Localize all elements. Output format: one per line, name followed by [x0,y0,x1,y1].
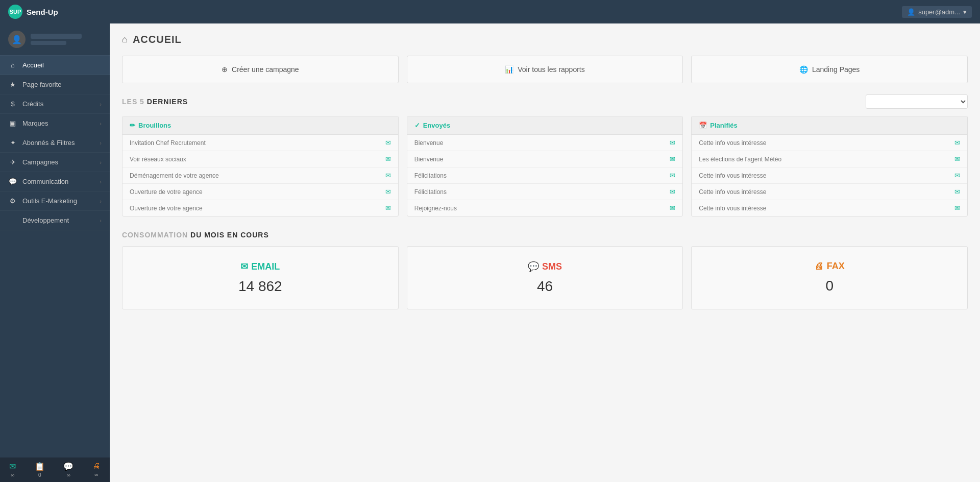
table-row[interactable]: Cette info vous intéresse ✉ [692,135,967,151]
sidebar-label-developpement: Développement [22,216,100,224]
sidebar-item-communication[interactable]: 💬 Communication › [0,172,110,191]
row-label: Cette info vous intéresse [699,205,766,212]
brouillons-header: ✏ Brouillons [122,116,398,135]
arrow-icon-abonnes-filtres: › [100,140,102,146]
create-campaign-button[interactable]: ⊕ Créer une campagne [122,56,399,83]
footer-value-sms-stat: ∞ [67,472,70,478]
email-icon: ✉ [954,172,960,179]
planifies-title: Planifiés [710,122,737,129]
les5derniers-dropdown[interactable] [866,94,968,109]
campaigns-grid: ✏ Brouillons Invitation Chef Recrutement… [122,116,968,216]
consumption-grid: ✉ EMAIL 14 862 💬 SMS 46 🖨 FAX 0 [122,246,968,309]
row-label: Cette info vous intéresse [699,172,766,179]
email-icon: ✉ [385,204,391,212]
sidebar-icon-credits: $ [8,100,17,108]
sidebar-icon-marques: ▣ [8,119,17,127]
table-row[interactable]: Déménagement de votre agence ✉ [122,167,398,184]
page-title: ACCUEIL [133,34,182,45]
sms-card-title: 💬 SMS [418,261,673,272]
action-row: ⊕ Créer une campagne 📊 Voir tous les rap… [122,56,968,83]
planifies-header: 📅 Planifiés [692,116,967,135]
email-icon: ✉ [954,139,960,147]
footer-stat-contacts-stat[interactable]: 📋 0 [35,462,45,478]
table-row[interactable]: Cette info vous intéresse ✉ [692,167,967,184]
envoyes-card: ✓ Envoyés Bienvenue ✉ Bienvenue ✉ Félici… [407,116,683,216]
sidebar: 👤 ⌂ Accueil ★ Page favorite $ Crédits › … [0,23,110,482]
table-row[interactable]: Invitation Chef Recrutement ✉ [122,135,398,151]
table-row[interactable]: Voir réseaux sociaux ✉ [122,151,398,167]
page-home-icon: ⌂ [122,34,128,45]
arrow-icon-communication: › [100,179,102,185]
table-row[interactable]: Les élections de l'agent Météo ✉ [692,151,967,167]
envoyes-header: ✓ Envoyés [407,116,683,135]
landing-pages-label: Landing Pages [812,65,860,74]
row-label: Bienvenue [414,139,444,147]
sidebar-icon-outils-emarketing: ⚙ [8,197,17,205]
sidebar-user: 👤 [0,23,110,56]
sidebar-item-marques[interactable]: ▣ Marques › [0,114,110,133]
fax-card-title: 🖨 FAX [702,261,957,272]
sidebar-icon-accueil: ⌂ [8,61,17,69]
sidebar-label-accueil: Accueil [22,61,102,69]
table-row[interactable]: Cette info vous intéresse ✉ [692,200,967,216]
brand-name: Send-Up [27,8,58,16]
user-label: super@adm... [918,8,960,16]
table-row[interactable]: Ouverture de votre agence ✉ [122,184,398,200]
table-row[interactable]: Bienvenue ✉ [407,135,683,151]
footer-icon-email-stat: ✉ [9,462,16,471]
sidebar-username [31,34,82,39]
planifies-icon: 📅 [699,122,707,129]
email-icon: ✉ [385,155,391,163]
email-icon: ✉ [670,155,675,163]
sidebar-item-page-favorite[interactable]: ★ Page favorite [0,75,110,94]
footer-stat-email-stat[interactable]: ✉ ∞ [9,462,16,478]
table-row[interactable]: Félicitations ✉ [407,184,683,200]
footer-stat-fax-stat[interactable]: 🖨 ∞ [92,462,101,478]
envoyes-title: Envoyés [423,122,450,129]
table-row[interactable]: Rejoignez-nous ✉ [407,200,683,216]
email-consumption-card: ✉ EMAIL 14 862 [122,246,399,309]
landing-pages-button[interactable]: 🌐 Landing Pages [691,56,968,83]
arrow-icon-marques: › [100,120,102,127]
table-row[interactable]: Bienvenue ✉ [407,151,683,167]
email-card-icon: ✉ [240,261,248,272]
table-row[interactable]: Ouverture de votre agence ✉ [122,200,398,216]
row-label: Cette info vous intéresse [699,139,766,147]
row-label: Déménagement de votre agence [130,172,219,179]
sidebar-item-campagnes[interactable]: ✈ Campagnes › [0,153,110,172]
all-reports-button[interactable]: 📊 Voir tous les rapports [407,56,683,83]
footer-stat-sms-stat[interactable]: 💬 ∞ [63,462,74,478]
create-campaign-label: Créer une campagne [232,65,299,74]
main-content: ⌂ ACCUEIL ⊕ Créer une campagne 📊 Voir to… [110,23,980,482]
user-dropdown-icon: ▾ [963,8,967,16]
sidebar-item-outils-emarketing[interactable]: ⚙ Outils E-Marketing › [0,191,110,211]
row-label: Félicitations [414,172,447,179]
row-label: Ouverture de votre agence [130,188,203,196]
footer-value-contacts-stat: 0 [38,472,41,478]
sidebar-usersub [31,41,66,45]
fax-card-label: FAX [827,261,845,272]
arrow-icon-developpement: › [100,218,102,224]
sidebar-item-accueil[interactable]: ⌂ Accueil [0,56,110,75]
consumption-title: CONSOMMATION DU MOIS EN COURS [122,231,968,239]
sidebar-item-developpement[interactable]: Développement › [0,211,110,230]
table-row[interactable]: Félicitations ✉ [407,167,683,184]
les5derniers-title: LES 5 DERNIERS [122,98,188,106]
sidebar-label-page-favorite: Page favorite [22,81,102,88]
footer-value-fax-stat: ∞ [94,472,98,477]
sidebar-item-credits[interactable]: $ Crédits › [0,94,110,114]
footer-icon-sms-stat: 💬 [63,462,74,471]
email-icon: ✉ [670,172,675,179]
brand: SUP Send-Up [8,5,58,19]
email-icon: ✉ [670,204,675,212]
arrow-icon-credits: › [100,101,102,107]
arrow-icon-outils-emarketing: › [100,198,102,204]
topnav-user[interactable]: 👤 super@adm... ▾ [902,6,972,18]
table-row[interactable]: Cette info vous intéresse ✉ [692,184,967,200]
sidebar-item-abonnes-filtres[interactable]: ✦ Abonnés & Filtres › [0,133,110,153]
row-label: Voir réseaux sociaux [130,156,186,163]
topnav: SUP Send-Up 👤 super@adm... ▾ [0,0,980,23]
email-icon: ✉ [670,139,675,147]
brand-logo: SUP [8,5,22,19]
email-icon: ✉ [385,172,391,179]
